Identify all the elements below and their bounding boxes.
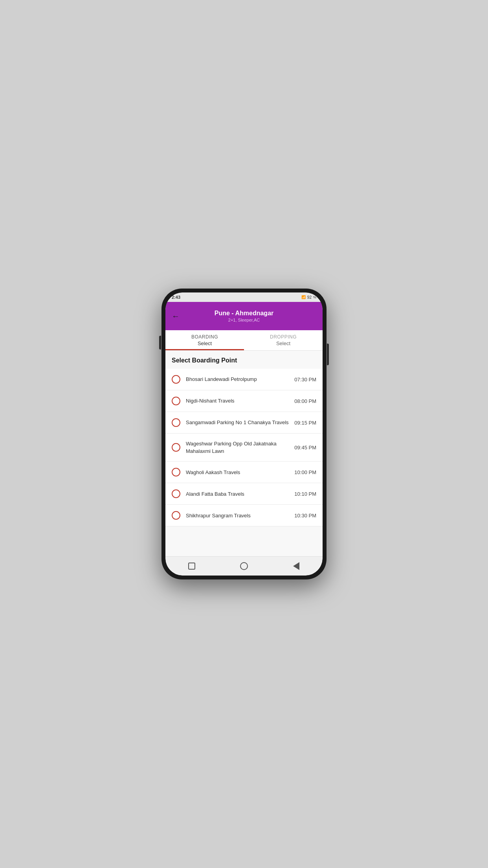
tabs-container: BOARDING Select DROPPING Select — [165, 330, 323, 351]
stop-info: Bhosari Landewadi Petrolpump — [186, 375, 291, 383]
status-icons: 📶 92 % — [301, 295, 316, 300]
route-title: Pune - Ahmednagar — [172, 310, 316, 317]
stop-name: Shikhrapur Sangram Travels — [186, 513, 251, 519]
boarding-list: Bhosari Landewadi Petrolpump07:30 PMNigd… — [165, 369, 323, 526]
phone-screen: 2:43 📶 92 % ← Pune - Ahmednagar 2+1, Sle… — [165, 292, 323, 576]
route-subtitle: 2+1, Sleeper,AC — [172, 318, 316, 322]
list-item[interactable]: Nigdi-Nishant Travels08:00 PM — [165, 390, 323, 412]
status-time: 2:43 — [172, 295, 180, 300]
stop-time: 09:15 PM — [294, 420, 316, 426]
stop-time: 10:30 PM — [294, 513, 316, 519]
bottom-navigation — [165, 556, 323, 576]
content-area: Select Boarding Point Bhosari Landewadi … — [165, 351, 323, 556]
list-item[interactable]: Shikhrapur Sangram Travels10:30 PM — [165, 505, 323, 526]
boarding-tab-label: BOARDING — [169, 334, 241, 340]
stop-name: Alandi Fatta Baba Travels — [186, 491, 244, 497]
stop-name: Wageshwar Parking Opp Old Jakatnaka Maha… — [186, 441, 277, 454]
app-header: ← Pune - Ahmednagar 2+1, Sleeper,AC — [165, 302, 323, 330]
stop-info: Nigdi-Nishant Travels — [186, 397, 291, 405]
stop-info: Alandi Fatta Baba Travels — [186, 490, 291, 498]
triangle-icon — [293, 562, 299, 570]
stop-info: Wageshwar Parking Opp Old Jakatnaka Maha… — [186, 440, 291, 455]
app-screen: 2:43 📶 92 % ← Pune - Ahmednagar 2+1, Sle… — [165, 292, 323, 576]
dropping-tab-sublabel: Select — [247, 340, 319, 346]
stop-info: Shikhrapur Sangram Travels — [186, 512, 291, 519]
list-item[interactable]: Sangamwadi Parking No 1 Chanakya Travels… — [165, 412, 323, 434]
radio-button[interactable] — [172, 443, 180, 452]
radio-button[interactable] — [172, 418, 180, 427]
back-button[interactable]: ← — [172, 312, 180, 321]
boarding-tab-sublabel: Select — [169, 340, 241, 346]
radio-button[interactable] — [172, 511, 180, 520]
stop-time: 09:45 PM — [294, 445, 316, 451]
radio-button[interactable] — [172, 397, 180, 405]
stop-time: 08:00 PM — [294, 398, 316, 404]
square-icon — [188, 563, 195, 570]
stop-name: Nigdi-Nishant Travels — [186, 398, 235, 404]
tab-boarding[interactable]: BOARDING Select — [165, 330, 244, 350]
stop-time: 10:00 PM — [294, 469, 316, 475]
tab-dropping[interactable]: DROPPING Select — [244, 330, 323, 350]
nav-square-button[interactable] — [186, 561, 197, 572]
circle-icon — [240, 562, 248, 570]
stop-info: Wagholi Aakash Travels — [186, 469, 291, 476]
battery-icon: 92 — [307, 295, 312, 300]
phone-frame: 2:43 📶 92 % ← Pune - Ahmednagar 2+1, Sle… — [161, 289, 327, 579]
battery-symbol: % — [313, 295, 316, 299]
radio-button[interactable] — [172, 468, 180, 476]
list-item[interactable]: Wagholi Aakash Travels10:00 PM — [165, 462, 323, 483]
stop-name: Sangamwadi Parking No 1 Chanakya Travels — [186, 419, 289, 425]
stop-name: Wagholi Aakash Travels — [186, 469, 240, 475]
list-item[interactable]: Bhosari Landewadi Petrolpump07:30 PM — [165, 369, 323, 390]
radio-button[interactable] — [172, 375, 180, 384]
list-item[interactable]: Wageshwar Parking Opp Old Jakatnaka Maha… — [165, 434, 323, 462]
list-item[interactable]: Alandi Fatta Baba Travels10:10 PM — [165, 483, 323, 505]
stop-time: 10:10 PM — [294, 491, 316, 497]
dropping-tab-label: DROPPING — [247, 334, 319, 340]
nav-back-button[interactable] — [291, 561, 302, 572]
radio-button[interactable] — [172, 489, 180, 498]
status-bar: 2:43 📶 92 % — [165, 292, 323, 302]
nav-home-button[interactable] — [238, 561, 250, 572]
section-title: Select Boarding Point — [165, 351, 323, 369]
signal-icon: 📶 — [301, 295, 306, 299]
stop-name: Bhosari Landewadi Petrolpump — [186, 376, 257, 382]
stop-info: Sangamwadi Parking No 1 Chanakya Travels — [186, 419, 291, 426]
header-center: Pune - Ahmednagar 2+1, Sleeper,AC — [172, 310, 316, 322]
stop-time: 07:30 PM — [294, 377, 316, 383]
